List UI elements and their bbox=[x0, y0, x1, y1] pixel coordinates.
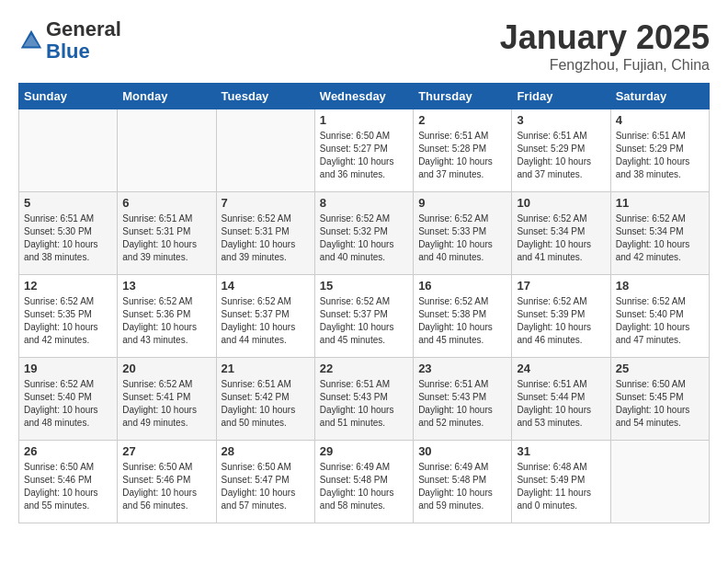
day-of-week-header: Monday bbox=[118, 84, 216, 109]
day-number: 18 bbox=[616, 279, 704, 293]
day-info: Sunrise: 6:52 AM Sunset: 5:38 PM Dayligh… bbox=[418, 295, 506, 347]
day-number: 24 bbox=[517, 362, 605, 375]
calendar-cell: 11Sunrise: 6:52 AM Sunset: 5:34 PM Dayli… bbox=[610, 192, 709, 275]
title-block: January 2025 Fengzhou, Fujian, China bbox=[500, 18, 710, 74]
day-info: Sunrise: 6:51 AM Sunset: 5:44 PM Dayligh… bbox=[517, 378, 605, 430]
day-number: 8 bbox=[320, 196, 408, 210]
calendar-title: January 2025 bbox=[500, 18, 710, 57]
day-number: 12 bbox=[24, 279, 112, 293]
day-of-week-header: Friday bbox=[512, 84, 610, 109]
day-number: 22 bbox=[320, 362, 408, 375]
calendar-cell: 19Sunrise: 6:52 AM Sunset: 5:40 PM Dayli… bbox=[19, 358, 118, 441]
calendar-table: SundayMondayTuesdayWednesdayThursdayFrid… bbox=[18, 83, 710, 523]
calendar-cell bbox=[610, 441, 709, 523]
calendar-cell: 8Sunrise: 6:52 AM Sunset: 5:32 PM Daylig… bbox=[314, 192, 413, 275]
day-info: Sunrise: 6:51 AM Sunset: 5:29 PM Dayligh… bbox=[517, 130, 605, 181]
calendar-cell: 31Sunrise: 6:48 AM Sunset: 5:49 PM Dayli… bbox=[512, 441, 610, 523]
day-of-week-header: Tuesday bbox=[216, 84, 314, 109]
day-info: Sunrise: 6:49 AM Sunset: 5:48 PM Dayligh… bbox=[320, 461, 408, 512]
calendar-week-row: 19Sunrise: 6:52 AM Sunset: 5:40 PM Dayli… bbox=[19, 358, 710, 441]
day-info: Sunrise: 6:52 AM Sunset: 5:32 PM Dayligh… bbox=[320, 213, 408, 264]
day-number: 20 bbox=[122, 362, 210, 375]
day-info: Sunrise: 6:51 AM Sunset: 5:42 PM Dayligh… bbox=[222, 378, 310, 430]
day-number: 6 bbox=[122, 196, 210, 210]
day-number: 16 bbox=[418, 279, 506, 293]
day-info: Sunrise: 6:52 AM Sunset: 5:41 PM Dayligh… bbox=[122, 378, 210, 430]
calendar-cell: 2Sunrise: 6:51 AM Sunset: 5:28 PM Daylig… bbox=[414, 109, 512, 192]
day-of-week-header: Thursday bbox=[414, 84, 512, 109]
day-info: Sunrise: 6:52 AM Sunset: 5:31 PM Dayligh… bbox=[222, 213, 310, 264]
day-number: 5 bbox=[24, 196, 112, 210]
calendar-cell: 15Sunrise: 6:52 AM Sunset: 5:37 PM Dayli… bbox=[314, 275, 413, 358]
calendar-cell: 7Sunrise: 6:52 AM Sunset: 5:31 PM Daylig… bbox=[216, 192, 314, 275]
day-number: 25 bbox=[616, 362, 704, 375]
day-info: Sunrise: 6:52 AM Sunset: 5:37 PM Dayligh… bbox=[320, 295, 408, 347]
day-of-week-header: Wednesday bbox=[314, 84, 413, 109]
day-info: Sunrise: 6:51 AM Sunset: 5:30 PM Dayligh… bbox=[24, 213, 112, 264]
day-number: 9 bbox=[418, 196, 506, 210]
day-info: Sunrise: 6:52 AM Sunset: 5:33 PM Dayligh… bbox=[418, 213, 506, 264]
calendar-cell: 24Sunrise: 6:51 AM Sunset: 5:44 PM Dayli… bbox=[512, 358, 610, 441]
day-info: Sunrise: 6:50 AM Sunset: 5:46 PM Dayligh… bbox=[122, 461, 210, 512]
day-info: Sunrise: 6:50 AM Sunset: 5:45 PM Dayligh… bbox=[616, 378, 704, 430]
page-header: General Blue January 2025 Fengzhou, Fuji… bbox=[18, 18, 710, 74]
day-info: Sunrise: 6:51 AM Sunset: 5:43 PM Dayligh… bbox=[418, 378, 506, 430]
day-of-week-header: Saturday bbox=[610, 84, 709, 109]
calendar-body: 1Sunrise: 6:50 AM Sunset: 5:27 PM Daylig… bbox=[19, 109, 710, 523]
calendar-cell: 5Sunrise: 6:51 AM Sunset: 5:30 PM Daylig… bbox=[19, 192, 118, 275]
calendar-cell: 3Sunrise: 6:51 AM Sunset: 5:29 PM Daylig… bbox=[512, 109, 610, 192]
day-number: 3 bbox=[517, 113, 605, 127]
logo-general-text: General bbox=[46, 17, 121, 40]
day-number: 17 bbox=[517, 279, 605, 293]
day-info: Sunrise: 6:50 AM Sunset: 5:47 PM Dayligh… bbox=[222, 461, 310, 512]
calendar-week-row: 5Sunrise: 6:51 AM Sunset: 5:30 PM Daylig… bbox=[19, 192, 710, 275]
calendar-week-row: 1Sunrise: 6:50 AM Sunset: 5:27 PM Daylig… bbox=[19, 109, 710, 192]
day-of-week-header: Sunday bbox=[19, 84, 118, 109]
day-info: Sunrise: 6:50 AM Sunset: 5:27 PM Dayligh… bbox=[320, 130, 408, 181]
day-info: Sunrise: 6:51 AM Sunset: 5:43 PM Dayligh… bbox=[320, 378, 408, 430]
logo: General Blue bbox=[18, 18, 121, 63]
day-number: 27 bbox=[122, 444, 210, 458]
day-info: Sunrise: 6:52 AM Sunset: 5:40 PM Dayligh… bbox=[24, 378, 112, 430]
logo-blue-text: Blue bbox=[46, 40, 90, 63]
day-info: Sunrise: 6:52 AM Sunset: 5:36 PM Dayligh… bbox=[122, 295, 210, 347]
calendar-cell: 25Sunrise: 6:50 AM Sunset: 5:45 PM Dayli… bbox=[610, 358, 709, 441]
calendar-cell: 13Sunrise: 6:52 AM Sunset: 5:36 PM Dayli… bbox=[118, 275, 216, 358]
calendar-cell: 16Sunrise: 6:52 AM Sunset: 5:38 PM Dayli… bbox=[414, 275, 512, 358]
calendar-cell: 18Sunrise: 6:52 AM Sunset: 5:40 PM Dayli… bbox=[610, 275, 709, 358]
day-number: 31 bbox=[517, 444, 605, 458]
day-info: Sunrise: 6:51 AM Sunset: 5:28 PM Dayligh… bbox=[418, 130, 506, 181]
logo-icon bbox=[18, 28, 44, 53]
day-number: 23 bbox=[418, 362, 506, 375]
day-info: Sunrise: 6:49 AM Sunset: 5:48 PM Dayligh… bbox=[418, 461, 506, 512]
calendar-subtitle: Fengzhou, Fujian, China bbox=[500, 57, 710, 74]
day-number: 13 bbox=[122, 279, 210, 293]
calendar-cell: 1Sunrise: 6:50 AM Sunset: 5:27 PM Daylig… bbox=[314, 109, 413, 192]
calendar-cell: 6Sunrise: 6:51 AM Sunset: 5:31 PM Daylig… bbox=[118, 192, 216, 275]
day-number: 4 bbox=[616, 113, 704, 127]
day-info: Sunrise: 6:51 AM Sunset: 5:31 PM Dayligh… bbox=[122, 213, 210, 264]
calendar-cell: 17Sunrise: 6:52 AM Sunset: 5:39 PM Dayli… bbox=[512, 275, 610, 358]
calendar-cell: 20Sunrise: 6:52 AM Sunset: 5:41 PM Dayli… bbox=[118, 358, 216, 441]
calendar-cell: 4Sunrise: 6:51 AM Sunset: 5:29 PM Daylig… bbox=[610, 109, 709, 192]
day-number: 30 bbox=[418, 444, 506, 458]
calendar-cell: 23Sunrise: 6:51 AM Sunset: 5:43 PM Dayli… bbox=[414, 358, 512, 441]
calendar-week-row: 26Sunrise: 6:50 AM Sunset: 5:46 PM Dayli… bbox=[19, 441, 710, 523]
calendar-cell: 26Sunrise: 6:50 AM Sunset: 5:46 PM Dayli… bbox=[19, 441, 118, 523]
day-number: 19 bbox=[24, 362, 112, 375]
day-number: 14 bbox=[222, 279, 310, 293]
calendar-week-row: 12Sunrise: 6:52 AM Sunset: 5:35 PM Dayli… bbox=[19, 275, 710, 358]
calendar-cell bbox=[118, 109, 216, 192]
calendar-cell bbox=[216, 109, 314, 192]
calendar-header-row: SundayMondayTuesdayWednesdayThursdayFrid… bbox=[19, 84, 710, 109]
calendar-cell bbox=[19, 109, 118, 192]
calendar-cell: 28Sunrise: 6:50 AM Sunset: 5:47 PM Dayli… bbox=[216, 441, 314, 523]
calendar-cell: 12Sunrise: 6:52 AM Sunset: 5:35 PM Dayli… bbox=[19, 275, 118, 358]
day-number: 29 bbox=[320, 444, 408, 458]
calendar-cell: 14Sunrise: 6:52 AM Sunset: 5:37 PM Dayli… bbox=[216, 275, 314, 358]
day-info: Sunrise: 6:52 AM Sunset: 5:39 PM Dayligh… bbox=[517, 295, 605, 347]
calendar-cell: 29Sunrise: 6:49 AM Sunset: 5:48 PM Dayli… bbox=[314, 441, 413, 523]
day-number: 21 bbox=[222, 362, 310, 375]
day-info: Sunrise: 6:52 AM Sunset: 5:40 PM Dayligh… bbox=[616, 295, 704, 347]
day-number: 7 bbox=[222, 196, 310, 210]
